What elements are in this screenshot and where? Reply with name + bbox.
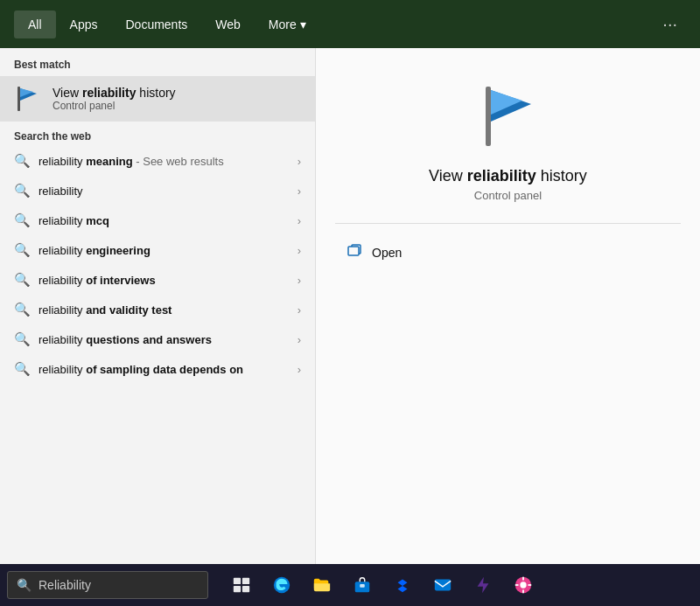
open-button[interactable]: Open [337, 238, 412, 268]
chevron-right-icon: › [298, 333, 301, 346]
left-panel: Best match View reliability history Cont… [0, 48, 315, 564]
taskbar: 🔍 Reliability [0, 564, 700, 606]
dropbox-button[interactable] [383, 566, 422, 604]
search-result-text: reliability questions and answers [38, 333, 289, 346]
svg-rect-7 [348, 247, 359, 255]
svg-point-19 [520, 582, 526, 588]
best-match-item[interactable]: View reliability history Control panel [0, 76, 315, 122]
best-match-subtitle: Control panel [52, 100, 176, 112]
search-magnifier-icon: 🔍 [14, 212, 30, 228]
file-explorer-button[interactable] [303, 566, 341, 604]
search-magnifier-icon: 🔍 [14, 153, 30, 169]
nav-bar: All Apps Documents Web More ▾ ··· [0, 0, 700, 48]
search-magnifier-icon: 🔍 [14, 361, 30, 377]
web-search-label: Search the web [0, 122, 315, 146]
search-magnifier-icon: 🔍 [14, 272, 30, 288]
svg-rect-1 [18, 87, 20, 111]
search-result-item[interactable]: 🔍reliability engineering› [0, 235, 315, 265]
chevron-right-icon: › [298, 363, 301, 376]
search-result-item[interactable]: 🔍reliability meaning - See web results› [0, 146, 315, 176]
search-result-item[interactable]: 🔍reliability› [0, 176, 315, 205]
search-result-item[interactable]: 🔍reliability questions and answers› [0, 324, 315, 354]
search-result-item[interactable]: 🔍reliability of sampling data depends on… [0, 354, 315, 384]
svg-marker-17 [478, 577, 489, 593]
folder-icon [312, 575, 332, 595]
svg-rect-9 [242, 578, 249, 584]
tab-more[interactable]: More ▾ [255, 10, 320, 38]
tab-documents[interactable]: Documents [111, 10, 201, 38]
chevron-right-icon: › [298, 274, 301, 287]
search-result-text: reliability mcq [38, 214, 289, 227]
tab-apps[interactable]: Apps [56, 10, 112, 38]
svg-rect-14 [360, 584, 365, 588]
search-results-list: 🔍reliability meaning - See web results›🔍… [0, 146, 315, 384]
mail-button[interactable] [424, 566, 462, 604]
divider [335, 223, 681, 224]
reliability-history-icon [14, 85, 42, 113]
tab-web[interactable]: Web [201, 10, 255, 38]
chevron-right-icon: › [298, 214, 301, 227]
svg-rect-4 [486, 87, 491, 146]
dropbox-icon [393, 575, 412, 595]
taskbar-search-icon: 🔍 [17, 578, 32, 592]
mail-icon [433, 575, 452, 595]
best-match-title: View reliability history [52, 86, 176, 100]
chevron-down-icon: ▾ [300, 17, 306, 31]
edge-browser-button[interactable] [262, 566, 301, 604]
nav-right: ··· [629, 9, 686, 39]
taskbar-search-text: Reliability [38, 578, 91, 592]
wheel-button[interactable] [504, 566, 542, 604]
right-panel-title: View reliability history [429, 167, 587, 185]
svg-rect-11 [242, 586, 249, 592]
search-result-text: reliability of sampling data depends on [38, 363, 289, 376]
tab-all[interactable]: All [14, 10, 56, 38]
chevron-right-icon: › [298, 185, 301, 198]
lightning-icon [473, 575, 493, 595]
chevron-right-icon: › [298, 303, 301, 317]
search-magnifier-icon: 🔍 [14, 242, 30, 258]
search-magnifier-icon: 🔍 [14, 302, 30, 317]
right-panel-app-icon [473, 83, 543, 153]
svg-rect-8 [234, 578, 241, 584]
search-result-text: reliability engineering [38, 244, 289, 257]
search-result-text: reliability meaning - See web results [38, 155, 289, 168]
search-result-text: reliability [38, 185, 289, 198]
task-view-icon [232, 575, 251, 595]
search-magnifier-icon: 🔍 [14, 331, 30, 347]
search-result-item[interactable]: 🔍reliability of interviews› [0, 265, 315, 295]
search-magnifier-icon: 🔍 [14, 183, 30, 199]
content-area: Best match View reliability history Cont… [0, 48, 700, 564]
taskbar-icons [222, 566, 542, 604]
wheel-icon [514, 575, 533, 595]
open-icon [347, 243, 363, 262]
task-view-button[interactable] [222, 566, 261, 604]
svg-rect-16 [435, 580, 451, 591]
open-label: Open [372, 246, 402, 260]
right-panel-subtitle: Control panel [474, 189, 542, 202]
search-result-text: reliability and validity test [38, 303, 289, 317]
search-result-text: reliability of interviews [38, 274, 289, 287]
best-match-label: Best match [0, 48, 315, 76]
script-button[interactable] [464, 566, 502, 604]
chevron-right-icon: › [298, 155, 301, 168]
store-button[interactable] [343, 566, 382, 604]
search-result-item[interactable]: 🔍reliability mcq› [0, 205, 315, 235]
chevron-right-icon: › [298, 244, 301, 257]
store-icon [353, 575, 372, 595]
svg-rect-10 [234, 586, 241, 592]
svg-marker-15 [398, 580, 408, 593]
edge-icon [272, 575, 291, 595]
person-icon-button[interactable] [629, 10, 647, 38]
taskbar-search[interactable]: 🔍 Reliability [7, 571, 208, 599]
more-options-button[interactable]: ··· [654, 9, 686, 39]
search-result-item[interactable]: 🔍reliability and validity test› [0, 295, 315, 324]
right-panel: View reliability history Control panel O… [315, 48, 700, 564]
